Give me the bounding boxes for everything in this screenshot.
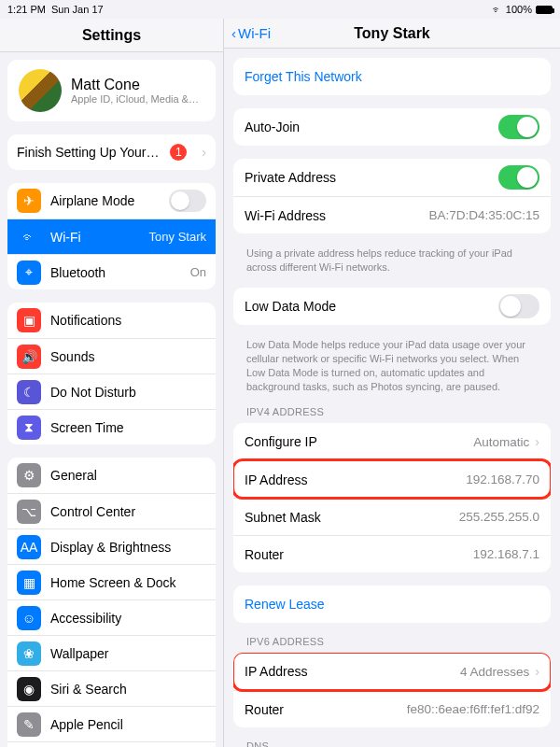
forget-label: Forget This Network <box>245 69 362 84</box>
sidebar-item-sounds[interactable]: 🔊Sounds <box>7 338 216 374</box>
general-label: General <box>50 468 97 483</box>
router-value: 192.168.7.1 <box>473 547 539 561</box>
grid-icon: ▦ <box>17 571 41 595</box>
dnd-label: Do Not Disturb <box>50 385 136 400</box>
ip-address-row: IP Address 192.168.7.70 <box>233 460 551 498</box>
ipv6-ip-value: 4 Addresses <box>460 665 529 679</box>
low-data-label: Low Data Mode <box>245 299 498 314</box>
home-label: Home Screen & Dock <box>50 575 176 590</box>
configure-ip-value: Automatic <box>473 435 529 449</box>
ipv6-router-label: Router <box>245 702 407 717</box>
bluetooth-label: Bluetooth <box>50 265 105 280</box>
display-icon: AA <box>17 535 41 559</box>
sliders-icon: ⌥ <box>17 500 41 524</box>
sidebar-item-notifications[interactable]: ▣Notifications <box>7 303 216 338</box>
sidebar-item-siri[interactable]: ◉Siri & Search <box>7 670 216 706</box>
low-data-row[interactable]: Low Data Mode <box>233 288 551 325</box>
bluetooth-value: On <box>190 265 206 279</box>
sidebar-title: Settings <box>0 19 223 52</box>
sidebar-item-control[interactable]: ⌥Control Center <box>7 493 216 529</box>
sidebar-item-setup[interactable]: Finish Setting Up Your… 1 › <box>7 134 216 170</box>
low-data-note: Low Data Mode helps reduce your iPad dat… <box>246 338 539 393</box>
sidebar-item-dnd[interactable]: ☾Do Not Disturb <box>7 374 216 409</box>
status-bar: 1:21 PM Sun Jan 17 ᯤ 100% <box>0 0 560 19</box>
sidebar-item-display[interactable]: AADisplay & Brightness <box>7 529 216 564</box>
ipv6-router-value: fe80::6eae:f6ff:fef1:df92 <box>407 702 539 716</box>
notifications-icon: ▣ <box>17 308 41 332</box>
autojoin-label: Auto-Join <box>245 120 498 134</box>
ipv6-router-row: Router fe80::6eae:f6ff:fef1:df92 <box>233 690 551 727</box>
airplane-icon: ✈ <box>17 189 41 213</box>
ipv6-ip-label: IP Address <box>245 664 460 679</box>
auto-join-toggle[interactable] <box>498 115 539 139</box>
renew-lease-button[interactable]: Renew Lease <box>233 585 551 623</box>
accessibility-icon: ☺ <box>17 606 41 630</box>
battery-icon <box>536 6 553 14</box>
renew-label: Renew Lease <box>245 597 325 612</box>
sidebar-item-airplane[interactable]: ✈ Airplane Mode <box>7 183 216 218</box>
sidebar-item-wallpaper[interactable]: ❀Wallpaper <box>7 635 216 670</box>
wifi-value: Tony Stark <box>149 230 206 244</box>
dns-header: DNS <box>246 740 545 747</box>
bluetooth-icon: ⌖ <box>17 261 41 285</box>
sidebar-item-bluetooth[interactable]: ⌖ Bluetooth On <box>7 254 216 289</box>
sounds-icon: 🔊 <box>17 345 41 369</box>
notifications-label: Notifications <box>50 313 121 328</box>
private-address-note: Using a private address helps reduce tra… <box>246 247 539 275</box>
battery-percent: 100% <box>506 4 532 15</box>
gear-icon: ⚙ <box>17 463 41 487</box>
router-label: Router <box>245 547 473 562</box>
screentime-label: Screen Time <box>50 420 124 435</box>
wifi-icon: ᯤ <box>17 225 41 249</box>
siri-label: Siri & Search <box>50 682 127 697</box>
chevron-left-icon: ‹ <box>231 25 236 41</box>
display-label: Display & Brightness <box>50 540 171 555</box>
avatar <box>19 69 62 112</box>
ipv6-header: IPV6 ADDRESS <box>246 636 545 647</box>
status-time: 1:21 PM <box>7 4 46 15</box>
forget-network-button[interactable]: Forget This Network <box>233 58 551 95</box>
chevron-right-icon: › <box>535 664 539 679</box>
control-label: Control Center <box>50 504 135 519</box>
profile-subtitle: Apple ID, iCloud, Media &… <box>71 93 199 105</box>
setup-badge: 1 <box>170 144 187 161</box>
low-data-toggle[interactable] <box>498 294 539 318</box>
sidebar-item-profile[interactable]: Matt Cone Apple ID, iCloud, Media &… <box>7 60 216 121</box>
status-date: Sun Jan 17 <box>51 4 104 15</box>
sidebar-item-touchid[interactable]: ◍Touch ID & Passcode <box>7 741 216 747</box>
sidebar-item-wifi[interactable]: ᯤ Wi-Fi Tony Stark <box>7 218 216 254</box>
profile-name: Matt Cone <box>71 77 199 93</box>
wifi-address-value: BA:7D:D4:35:0C:15 <box>428 208 539 222</box>
hourglass-icon: ⧗ <box>17 416 41 440</box>
pencil-icon: ✎ <box>17 712 41 737</box>
subnet-value: 255.255.255.0 <box>459 510 539 524</box>
detail-pane: ‹ Wi-Fi Tony Stark Forget This Network A… <box>224 19 560 747</box>
back-button[interactable]: ‹ Wi-Fi <box>224 25 271 41</box>
wallpaper-label: Wallpaper <box>50 646 109 661</box>
flower-icon: ❀ <box>17 641 41 666</box>
sidebar-item-screentime[interactable]: ⧗Screen Time <box>7 409 216 444</box>
private-address-toggle[interactable] <box>498 165 539 190</box>
sounds-label: Sounds <box>50 349 94 364</box>
ipv4-header: IPV4 ADDRESS <box>246 406 545 417</box>
airplane-toggle[interactable] <box>169 190 206 212</box>
ipv6-ip-row[interactable]: IP Address 4 Addresses › <box>233 653 551 690</box>
private-address-row[interactable]: Private Address <box>233 159 551 196</box>
sidebar-item-accessibility[interactable]: ☺Accessibility <box>7 599 216 635</box>
router-row: Router 192.168.7.1 <box>233 535 551 572</box>
accessibility-label: Accessibility <box>50 611 121 626</box>
ip-address-value: 192.168.7.70 <box>466 472 539 486</box>
wifi-address-row: Wi-Fi Address BA:7D:D4:35:0C:15 <box>233 196 551 233</box>
configure-ip-row[interactable]: Configure IP Automatic › <box>233 423 551 460</box>
chevron-right-icon: › <box>535 434 539 449</box>
subnet-label: Subnet Mask <box>245 510 459 525</box>
page-title: Tony Stark <box>224 25 560 42</box>
sidebar-item-general[interactable]: ⚙General <box>7 458 216 493</box>
setup-label: Finish Setting Up Your… <box>17 145 160 160</box>
airplane-label: Airplane Mode <box>50 193 134 208</box>
auto-join-row[interactable]: Auto-Join <box>233 108 551 146</box>
wifi-address-label: Wi-Fi Address <box>245 208 428 223</box>
configure-ip-label: Configure IP <box>245 434 473 449</box>
sidebar-item-home[interactable]: ▦Home Screen & Dock <box>7 564 216 599</box>
sidebar-item-pencil[interactable]: ✎Apple Pencil <box>7 706 216 741</box>
